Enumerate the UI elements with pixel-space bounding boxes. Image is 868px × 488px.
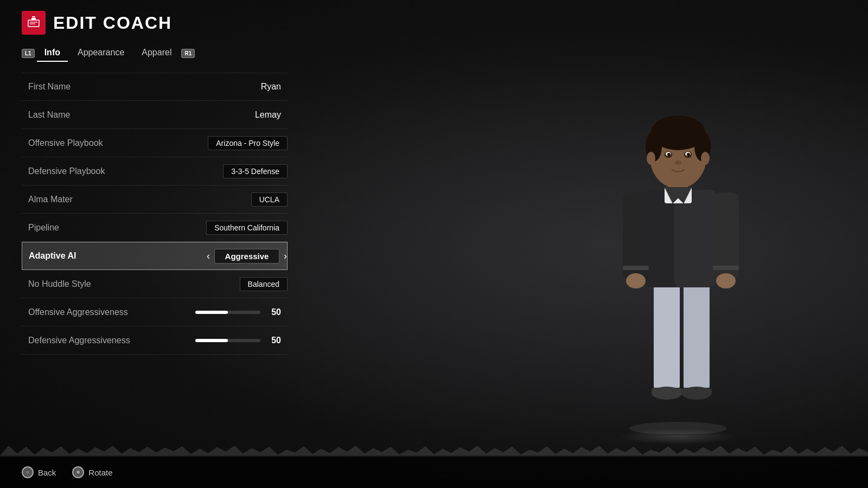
svg-point-36 bbox=[687, 153, 690, 156]
svg-rect-17 bbox=[646, 190, 678, 287]
svg-point-39 bbox=[701, 152, 710, 165]
tab-badge-r1: R1 bbox=[181, 49, 195, 58]
left-panel: EDIT COACH L1 Info Appearance Apparel R1… bbox=[22, 0, 288, 355]
back-action[interactable]: ○ Back bbox=[22, 466, 56, 478]
rotate-action[interactable]: ⊙ Rotate bbox=[72, 466, 112, 478]
svg-rect-7 bbox=[31, 18, 36, 20]
field-first-name[interactable]: First Name Ryan bbox=[22, 73, 288, 101]
tab-appearance[interactable]: Appearance bbox=[70, 44, 132, 62]
svg-rect-41 bbox=[713, 266, 739, 270]
back-label: Back bbox=[38, 468, 56, 477]
svg-rect-14 bbox=[681, 388, 712, 395]
back-button-badge: ○ bbox=[22, 466, 34, 478]
slider-defensive-aggressiveness[interactable]: Defensive Aggressiveness 50 bbox=[22, 326, 288, 355]
field-last-name[interactable]: Last Name Lemay bbox=[22, 101, 288, 129]
defensive-aggressiveness-track[interactable] bbox=[195, 339, 260, 342]
svg-point-37 bbox=[675, 160, 681, 165]
coach-icon bbox=[22, 11, 46, 35]
tab-apparel[interactable]: Apparel bbox=[134, 44, 179, 62]
info-fields: First Name Ryan Last Name Lemay Offensiv… bbox=[22, 73, 288, 355]
field-alma-mater[interactable]: Alma Mater UCLA bbox=[22, 185, 288, 214]
field-offensive-playbook[interactable]: Offensive Playbook Arizona - Pro Style bbox=[22, 129, 288, 157]
title-row: EDIT COACH bbox=[22, 11, 288, 35]
adaptive-ai-selector[interactable]: ‹ Aggressive › bbox=[207, 249, 287, 264]
tab-info[interactable]: Info bbox=[37, 44, 68, 62]
field-defensive-playbook[interactable]: Defensive Playbook 3-3-5 Defense bbox=[22, 157, 288, 185]
character-display bbox=[542, 43, 814, 434]
field-pipeline[interactable]: Pipeline Southern California bbox=[22, 214, 288, 242]
torn-edge-decoration bbox=[0, 446, 868, 455]
svg-point-22 bbox=[626, 273, 646, 288]
svg-rect-3 bbox=[28, 20, 40, 27]
svg-rect-40 bbox=[623, 266, 649, 270]
field-no-huddle-style[interactable]: No Huddle Style Balanced bbox=[22, 270, 288, 298]
svg-rect-12 bbox=[652, 388, 682, 395]
tab-badge-l1: L1 bbox=[22, 49, 35, 58]
svg-rect-9 bbox=[654, 282, 680, 390]
field-adaptive-ai[interactable]: Adaptive AI ‹ Aggressive › bbox=[22, 242, 288, 270]
page-title: EDIT COACH bbox=[53, 13, 172, 33]
svg-point-24 bbox=[716, 273, 736, 288]
svg-rect-10 bbox=[684, 282, 710, 390]
tab-navigation: L1 Info Appearance Apparel R1 bbox=[22, 44, 288, 62]
offensive-aggressiveness-track[interactable] bbox=[195, 311, 260, 314]
slider-offensive-aggressiveness[interactable]: Offensive Aggressiveness 50 bbox=[22, 298, 288, 326]
svg-point-35 bbox=[667, 153, 671, 156]
character-figure bbox=[602, 98, 754, 434]
svg-rect-18 bbox=[674, 190, 716, 287]
bottom-bar: ○ Back ⊙ Rotate bbox=[0, 455, 868, 488]
rotate-label: Rotate bbox=[88, 468, 112, 477]
rotate-button-badge: ⊙ bbox=[72, 466, 84, 478]
selector-arrow-right[interactable]: › bbox=[284, 251, 287, 262]
selector-arrow-left[interactable]: ‹ bbox=[207, 251, 210, 262]
svg-point-38 bbox=[647, 152, 655, 165]
